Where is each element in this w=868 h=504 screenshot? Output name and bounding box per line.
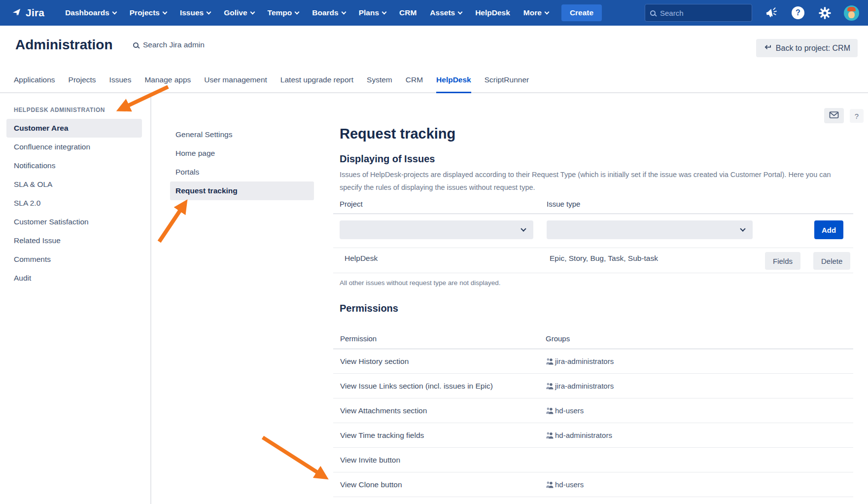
tab-latest-upgrade-report[interactable]: Latest upgrade report bbox=[280, 75, 353, 93]
issue-types-cell: Epic, Story, Bug, Task, Sub-task bbox=[550, 254, 658, 263]
jira-logo-text: Jira bbox=[26, 7, 44, 19]
page-title: Administration bbox=[15, 37, 113, 53]
group-cell: jira-administrators bbox=[546, 357, 614, 365]
top-navbar: Jira Dashboards Projects Issues Golive T… bbox=[0, 0, 868, 26]
row-divider bbox=[333, 248, 853, 248]
permission-cell: View History section bbox=[333, 357, 546, 366]
tab-applications[interactable]: Applications bbox=[14, 75, 55, 93]
issue-type-column-label: Issue type bbox=[547, 200, 580, 208]
table-row: View Invite button bbox=[333, 448, 853, 472]
nav-item-dashboards[interactable]: Dashboards bbox=[65, 8, 116, 17]
sidebar-item-customer-satisfaction[interactable]: Customer Satisfaction bbox=[6, 213, 142, 231]
group-icon bbox=[546, 432, 554, 439]
group-icon bbox=[546, 382, 554, 390]
page-help-button[interactable]: ? bbox=[850, 109, 864, 123]
nav-item-plans[interactable]: Plans bbox=[359, 8, 386, 17]
admin-search-input[interactable] bbox=[143, 40, 251, 49]
group-name: hd-administrators bbox=[555, 431, 612, 439]
group-name: hd-users bbox=[555, 406, 584, 415]
sidebar-section-title: HELPDESK ADMINISTRATION bbox=[6, 104, 142, 116]
return-arrow-icon bbox=[764, 44, 772, 53]
group-icon bbox=[546, 481, 554, 488]
subnav-item-request-tracking[interactable]: Request tracking bbox=[170, 181, 314, 200]
subnav-item-portals[interactable]: Portals bbox=[170, 163, 314, 181]
table-row: View History section jira-administrators bbox=[333, 349, 853, 374]
displaying-footnote: All other issues without request type ar… bbox=[340, 279, 500, 287]
search-icon bbox=[133, 42, 139, 48]
main-content: ? Request tracking Displaying of Issues … bbox=[333, 93, 868, 504]
back-to-project-button[interactable]: Back to project: CRM bbox=[756, 39, 858, 57]
admin-search[interactable] bbox=[133, 40, 251, 49]
tab-crm[interactable]: CRM bbox=[406, 75, 423, 93]
navbar-right: ? bbox=[645, 4, 859, 22]
nav-item-helpdesk[interactable]: HelpDesk bbox=[475, 8, 510, 17]
group-cell: hd-administrators bbox=[546, 431, 612, 439]
tab-system[interactable]: System bbox=[367, 75, 392, 93]
fields-button[interactable]: Fields bbox=[765, 252, 800, 270]
customer-area-subnav: General Settings Home page Portals Reque… bbox=[170, 93, 314, 200]
nav-item-assets[interactable]: Assets bbox=[430, 8, 462, 17]
nav-item-crm[interactable]: CRM bbox=[399, 8, 417, 17]
jira-logo[interactable]: Jira bbox=[11, 6, 44, 20]
sidebar-item-customer-area[interactable]: Customer Area bbox=[6, 119, 142, 138]
displaying-of-issues-heading: Displaying of Issues bbox=[340, 153, 435, 165]
nav-item-projects[interactable]: Projects bbox=[130, 8, 167, 17]
issue-type-select[interactable] bbox=[547, 220, 753, 239]
tab-scriptrunner[interactable]: ScriptRunner bbox=[485, 75, 529, 93]
create-button[interactable]: Create bbox=[561, 4, 602, 21]
global-search-input[interactable] bbox=[660, 9, 747, 17]
envelope-icon bbox=[829, 111, 839, 120]
group-name: hd-users bbox=[555, 480, 584, 489]
sidebar-item-sla-ola[interactable]: SLA & OLA bbox=[6, 175, 142, 194]
subnav-item-home-page[interactable]: Home page bbox=[170, 144, 314, 163]
tab-issues[interactable]: Issues bbox=[109, 75, 132, 93]
table-header-divider bbox=[333, 214, 853, 214]
group-cell: jira-administrators bbox=[546, 382, 614, 390]
group-cell: hd-users bbox=[546, 480, 584, 489]
sidebar-item-audit[interactable]: Audit bbox=[6, 269, 142, 288]
help-icon[interactable]: ? bbox=[791, 5, 805, 20]
chevron-down-icon bbox=[207, 9, 211, 14]
row-divider bbox=[333, 273, 853, 273]
tab-helpdesk[interactable]: HelpDesk bbox=[436, 75, 471, 93]
helpdesk-admin-sidebar: HELPDESK ADMINISTRATION Customer Area Co… bbox=[0, 93, 151, 504]
project-column-label: Project bbox=[340, 200, 363, 208]
content-title: Request tracking bbox=[340, 126, 455, 142]
table-row: View Time tracking fields hd-administrat… bbox=[333, 423, 853, 448]
search-icon bbox=[650, 10, 656, 16]
chevron-down-icon bbox=[250, 9, 255, 14]
tab-projects[interactable]: Projects bbox=[69, 75, 96, 93]
nav-menu: Dashboards Projects Issues Golive Tempo … bbox=[65, 8, 549, 17]
mail-button[interactable] bbox=[824, 108, 844, 123]
tab-user-management[interactable]: User management bbox=[204, 75, 267, 93]
annotation-arrow-view-clone bbox=[263, 437, 325, 477]
delete-button[interactable]: Delete bbox=[813, 252, 850, 270]
chevron-down-icon bbox=[382, 9, 387, 14]
global-search[interactable] bbox=[645, 4, 752, 22]
project-cell: HelpDesk bbox=[345, 254, 378, 263]
annotation-arrow-request-tracking bbox=[159, 203, 185, 242]
group-icon bbox=[546, 407, 554, 414]
nav-item-more[interactable]: More bbox=[523, 8, 549, 17]
sidebar-item-confluence-integration[interactable]: Confluence integration bbox=[6, 138, 142, 156]
nav-item-golive[interactable]: Golive bbox=[224, 8, 254, 17]
nav-item-tempo[interactable]: Tempo bbox=[268, 8, 299, 17]
user-avatar[interactable] bbox=[844, 5, 859, 21]
group-cell: hd-users bbox=[546, 406, 584, 415]
chevron-down-icon bbox=[112, 9, 117, 14]
sidebar-item-comments[interactable]: Comments bbox=[6, 250, 142, 269]
nav-item-boards[interactable]: Boards bbox=[312, 8, 345, 17]
sidebar-item-notifications[interactable]: Notifications bbox=[6, 156, 142, 175]
gear-icon[interactable] bbox=[817, 5, 832, 20]
nav-item-issues[interactable]: Issues bbox=[180, 8, 210, 17]
tab-manage-apps[interactable]: Manage apps bbox=[144, 75, 191, 93]
chevron-down-icon bbox=[295, 9, 300, 14]
add-button[interactable]: Add bbox=[814, 220, 843, 239]
project-select[interactable] bbox=[340, 220, 533, 239]
megaphone-icon[interactable] bbox=[764, 5, 779, 20]
chevron-down-icon bbox=[544, 9, 549, 14]
subnav-item-general-settings[interactable]: General Settings bbox=[170, 125, 314, 144]
sidebar-item-related-issue[interactable]: Related Issue bbox=[6, 231, 142, 250]
sidebar-item-sla-2-0[interactable]: SLA 2.0 bbox=[6, 194, 142, 213]
chevron-down-icon bbox=[740, 226, 745, 231]
